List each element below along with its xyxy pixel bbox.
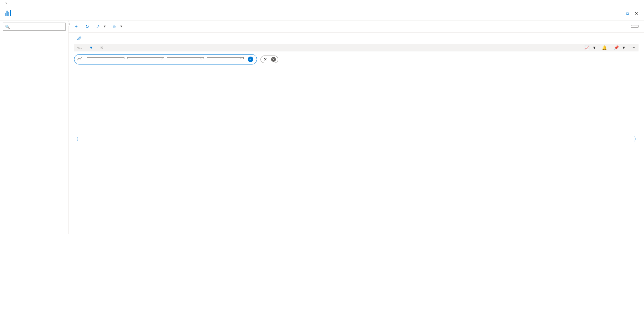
add-metric-icon: ∿₊ — [77, 45, 82, 50]
chart-prev-button[interactable]: 〈 — [73, 136, 79, 143]
search-icon: 🔍 — [5, 25, 10, 29]
chevron-down-icon: ▼ — [120, 25, 123, 28]
toolbar: ＋ ↻ ↗▼ ☺▼ — [69, 21, 644, 33]
chevron-down-icon: ▼ — [592, 45, 596, 50]
check-icon: ✓ — [248, 57, 253, 62]
main-content: ＋ ↻ ↗▼ ☺▼ ∿₊ ▼ ⤲ 📈▼ 🔔 📌▼ — [69, 21, 644, 234]
feedback-button[interactable]: ☺▼ — [112, 23, 123, 29]
chart-legend — [69, 228, 644, 234]
secondary-toolbar: ∿₊ ▼ ⤲ 📈▼ 🔔 📌▼ ⋯ — [74, 44, 639, 51]
chart-next-button[interactable]: 〉 — [634, 136, 639, 143]
alert-icon: 🔔 — [602, 45, 607, 50]
search-input[interactable] — [11, 25, 63, 29]
chevron-down-icon: ⌵ — [161, 57, 162, 60]
new-alert-button[interactable]: 🔔 — [602, 45, 608, 50]
page-header: ⧉ ✕ — [0, 7, 644, 21]
plus-icon: ＋ — [74, 23, 78, 29]
close-button[interactable]: ✕ — [633, 10, 640, 17]
chart-type-selector[interactable]: 📈▼ — [584, 45, 596, 50]
sidebar: « 🔍 — [0, 21, 69, 234]
filter-icon: ▼ — [89, 45, 93, 50]
share-button[interactable]: ↗▼ — [96, 23, 106, 29]
add-filter-button[interactable]: ▼ — [89, 45, 95, 50]
aggregation-selector[interactable]: ⌵ — [207, 57, 244, 59]
svg-rect-1 — [7, 11, 8, 16]
documentation-link[interactable]: ⧉ — [624, 11, 629, 16]
svg-rect-0 — [5, 13, 6, 16]
svg-rect-2 — [8, 12, 9, 16]
sidebar-search[interactable]: 🔍 — [3, 23, 65, 31]
chart-line-icon — [77, 56, 83, 63]
pin-dashboard-button[interactable]: 📌▼ — [614, 45, 626, 50]
add-metric-button[interactable]: ∿₊ — [77, 45, 84, 50]
apply-splitting-button[interactable]: ⤲ — [100, 45, 105, 50]
chevron-down-icon: ▼ — [103, 25, 106, 28]
monitor-icon — [4, 9, 12, 17]
resource-selector[interactable] — [87, 57, 124, 59]
more-options-button[interactable]: ⋯ — [631, 45, 636, 50]
split-icon: ⤲ — [264, 57, 267, 62]
refresh-icon: ↻ — [85, 24, 89, 29]
chevron-down-icon: ▼ — [622, 45, 626, 50]
refresh-button[interactable]: ↻ — [85, 23, 90, 29]
metric-picker: ⌵ ⌵ ⌵ ✓ — [74, 54, 257, 64]
line-chart-icon: 📈 — [584, 45, 590, 50]
svg-rect-3 — [10, 10, 11, 16]
metric-selector[interactable]: ⌵ — [167, 57, 204, 59]
split-by-chip[interactable]: ⤲ ✕ — [260, 56, 278, 63]
chevron-down-icon: ⌵ — [240, 57, 242, 60]
breadcrumb: › — [0, 0, 644, 7]
pin-icon: 📌 — [614, 45, 619, 50]
chevron-down-icon: ⌵ — [201, 57, 202, 60]
edit-icon[interactable] — [77, 36, 82, 42]
chart-area[interactable]: 〈 〉 — [79, 67, 634, 228]
split-icon: ⤲ — [100, 45, 104, 50]
external-link-icon: ⧉ — [626, 11, 629, 16]
smiley-icon: ☺ — [112, 24, 116, 29]
new-chart-button[interactable]: ＋ — [74, 23, 80, 29]
remove-chip-button[interactable]: ✕ — [271, 57, 276, 62]
time-range-picker[interactable] — [631, 25, 639, 28]
namespace-selector[interactable]: ⌵ — [127, 57, 164, 59]
share-icon: ↗ — [96, 24, 100, 29]
